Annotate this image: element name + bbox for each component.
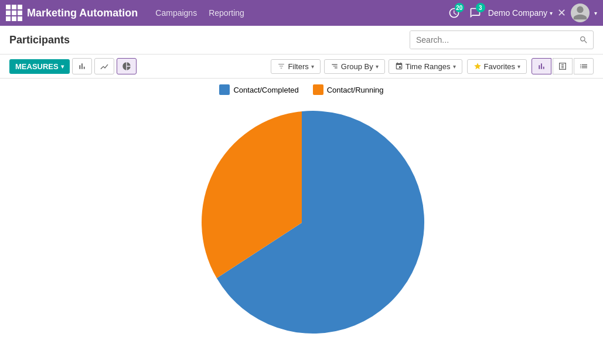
notifications-badge: 20 (455, 3, 464, 12)
bar-chart-icon (77, 62, 87, 71)
user-avatar-icon (572, 5, 588, 21)
search-icon (579, 35, 588, 45)
controls-bar: MEASURES ▾ (0, 55, 603, 79)
measures-button[interactable]: MEASURES ▾ (9, 59, 70, 74)
notifications-button[interactable]: 20 (446, 5, 462, 21)
filters-label: Filters (288, 62, 308, 71)
search-button[interactable] (574, 31, 593, 49)
app-logo[interactable]: Marketing Automation (6, 5, 138, 21)
close-button[interactable]: ✕ (557, 6, 566, 19)
favorites-label: Favorites (484, 62, 515, 71)
timeranges-label: Time Ranges (406, 62, 451, 71)
avatar-chevron[interactable]: ▾ (594, 10, 597, 16)
groupby-button[interactable]: Group By ▾ (324, 59, 385, 74)
groupby-label: Group By (341, 62, 373, 71)
legend-label-running: Contact/Running (327, 86, 384, 94)
legend-running: Contact/Running (313, 84, 384, 95)
table-view-button[interactable] (553, 58, 573, 74)
top-nav: Campaigns Reporting (155, 8, 244, 18)
legend-label-completed: Contact/Completed (233, 86, 298, 94)
bar-chart-button[interactable] (72, 58, 92, 74)
company-selector[interactable]: Demo Company ▾ (488, 8, 553, 18)
filter-icon (277, 62, 285, 70)
pie-chart-svg (179, 100, 425, 346)
toolbar-right (410, 30, 594, 49)
nav-campaigns[interactable]: Campaigns (155, 8, 197, 18)
controls-right: Filters ▾ Group By ▾ Time Ranges ▾ (271, 58, 594, 74)
app-title: Marketing Automation (27, 7, 138, 19)
page: Participants MEASURES ▾ (0, 26, 603, 364)
chart-area: Contact/Completed Contact/Running (0, 79, 603, 364)
legend-color-completed (219, 84, 230, 95)
legend-color-running (313, 84, 323, 95)
legend-completed: Contact/Completed (219, 84, 298, 95)
pie-chart-icon (122, 62, 131, 71)
company-name: Demo Company (488, 8, 547, 18)
topbar-icons: 20 3 Demo Company ▾ ✕ ▾ (446, 4, 597, 22)
messages-button[interactable]: 3 (467, 5, 483, 21)
calendar-icon (395, 62, 403, 70)
timeranges-button[interactable]: Time Ranges ▾ (389, 59, 462, 74)
table-view-icon (558, 62, 567, 71)
chart-view-icon (537, 62, 546, 71)
filter-group: Filters ▾ Group By ▾ Time Ranges ▾ (271, 59, 462, 74)
list-view-icon (579, 62, 588, 71)
chart-view-button[interactable] (532, 58, 551, 74)
search-box (410, 30, 594, 49)
favorites-button[interactable]: Favorites ▾ (467, 59, 527, 74)
page-title: Participants (9, 34, 70, 46)
toolbar: Participants (0, 26, 603, 55)
pie-chart-button[interactable] (117, 58, 137, 74)
toolbar-left: Participants (9, 34, 70, 46)
line-chart-icon (100, 62, 109, 71)
company-chevron: ▾ (550, 10, 553, 16)
star-icon (473, 62, 482, 70)
controls-left: MEASURES ▾ (9, 58, 137, 74)
search-input[interactable] (410, 31, 574, 49)
avatar[interactable] (571, 4, 590, 22)
line-chart-button[interactable] (94, 58, 114, 74)
messages-badge: 3 (476, 3, 485, 12)
view-buttons (532, 58, 594, 74)
pie-chart (179, 100, 425, 346)
groupby-icon (331, 62, 339, 70)
filters-button[interactable]: Filters ▾ (271, 59, 320, 74)
list-view-button[interactable] (574, 58, 594, 74)
chart-legend: Contact/Completed Contact/Running (219, 84, 383, 95)
grid-icon (6, 5, 22, 21)
nav-reporting[interactable]: Reporting (209, 8, 244, 18)
topbar: Marketing Automation Campaigns Reporting… (0, 0, 603, 26)
